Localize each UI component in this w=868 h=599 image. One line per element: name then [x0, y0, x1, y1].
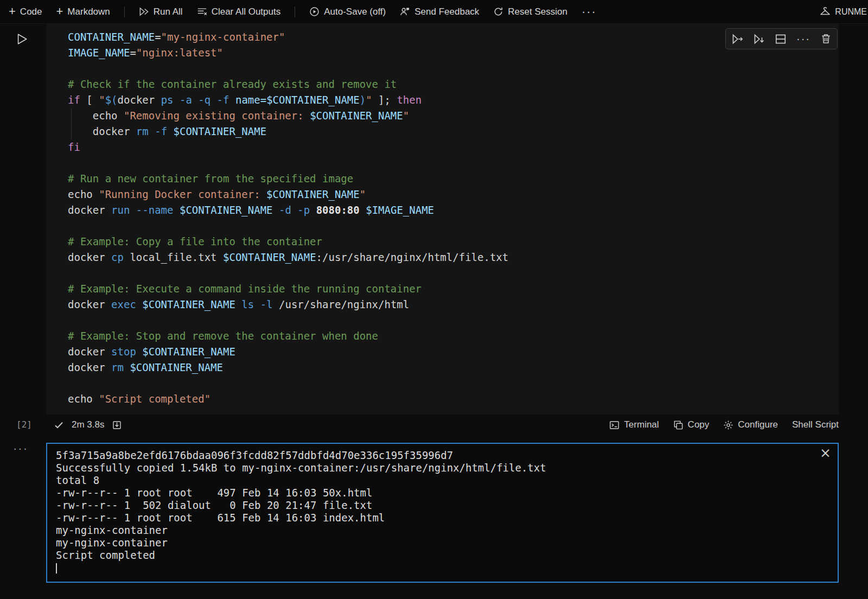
delete-cell-button[interactable]	[820, 33, 832, 44]
code-line[interactable]: docker run --name $CONTAINER_NAME -d -p …	[68, 202, 839, 218]
output-line: total 8	[56, 474, 814, 487]
code-line[interactable]	[68, 61, 839, 77]
run-all-button[interactable]: Run All	[139, 7, 183, 17]
run-below-icon	[753, 33, 765, 45]
toolbar-divider	[124, 7, 125, 17]
reset-session-label: Reset Session	[508, 7, 567, 17]
code-line[interactable]: # Example: Execute a command inside the …	[68, 281, 839, 297]
runme-brand[interactable]: RUNME	[820, 7, 868, 17]
success-check-icon	[54, 420, 64, 430]
output-line: -rw-r--r-- 1 root root 615 Feb 14 16:03 …	[56, 512, 814, 524]
run-and-advance-icon	[731, 33, 743, 45]
clear-all-icon	[197, 7, 207, 17]
runme-brand-label: RUNME	[835, 7, 867, 17]
notebook-toolbar: + Code + Markdown Run All Clear All Outp…	[0, 0, 868, 24]
code-line[interactable]: # Run a new container from the specified…	[68, 171, 839, 187]
terminal-icon	[609, 420, 620, 430]
copy-icon	[673, 420, 684, 430]
code-line[interactable]: if [ "$(docker ps -a -q -f name=$CONTAIN…	[68, 92, 839, 108]
configure-label: Configure	[738, 419, 778, 430]
code-cell: [2]	[0, 24, 868, 583]
code-line[interactable]: docker rm -f $CONTAINER_NAME	[68, 124, 839, 139]
copy-button[interactable]: Copy	[673, 419, 710, 430]
auto-save-icon	[309, 7, 320, 17]
execution-duration: 2m 3.8s	[72, 419, 104, 430]
run-all-label: Run All	[154, 7, 183, 17]
run-cell-and-advance-button[interactable]	[731, 33, 743, 45]
add-markdown-label: Markdown	[67, 7, 110, 17]
code-line[interactable]: # Example: Copy a file into the containe…	[68, 234, 839, 250]
copy-label: Copy	[688, 419, 710, 430]
toolbar-divider	[295, 7, 295, 17]
add-markdown-button[interactable]: + Markdown	[56, 7, 110, 17]
plus-icon: +	[56, 5, 63, 17]
code-line[interactable]: docker cp local_file.txt $CONTAINER_NAME…	[68, 250, 839, 265]
output-line: 5f3a715a9a8be2efd6176bdaa096f3fcdd82f57d…	[56, 449, 814, 462]
output-line: my-nginx-container	[56, 537, 814, 549]
code-line[interactable]: docker stop $CONTAINER_NAME	[68, 344, 839, 360]
output-cursor	[56, 563, 57, 573]
configure-button[interactable]: Configure	[723, 419, 778, 430]
split-cell-icon	[775, 33, 787, 45]
code-line[interactable]	[68, 313, 839, 328]
output-line: -rw-r--r-- 1 root root 497 Feb 14 16:03 …	[56, 487, 814, 499]
output-more-actions-button[interactable]: ···	[13, 443, 46, 455]
code-line[interactable]	[68, 155, 839, 171]
indent-guide	[71, 108, 72, 124]
code-line[interactable]: docker rm $CONTAINER_NAME	[68, 360, 839, 375]
output-row: ··· × 5f3a715a9a8be2efd6176bdaa096f3fcdd…	[0, 443, 868, 583]
output-line: my-nginx-container	[56, 524, 814, 537]
code-line[interactable]: echo "Script completed"	[68, 391, 839, 407]
clear-all-outputs-label: Clear All Outputs	[212, 7, 281, 17]
code-line[interactable]: fi	[68, 139, 839, 155]
output-panel[interactable]: × 5f3a715a9a8be2efd6176bdaa096f3fcdd82f5…	[46, 443, 839, 583]
plus-icon: +	[9, 5, 16, 17]
cell-status-bar: 2m 3.8s Terminal	[46, 415, 839, 435]
reset-session-button[interactable]: Reset Session	[493, 7, 567, 17]
add-code-label: Code	[20, 7, 42, 17]
ellipsis-icon: ···	[796, 33, 810, 45]
code-line[interactable]	[68, 218, 839, 234]
execution-count: [2]	[16, 419, 32, 430]
cell-toolbar: ···	[725, 28, 838, 49]
code-line[interactable]: IMAGE_NAME="nginx:latest"	[68, 45, 839, 61]
session-output-button[interactable]	[112, 420, 122, 430]
runme-logo-icon	[820, 7, 831, 17]
run-in-background-button[interactable]	[753, 33, 765, 45]
close-output-button[interactable]: ×	[820, 446, 831, 460]
code-line[interactable]: docker exec $CONTAINER_NAME ls -l /usr/s…	[68, 297, 839, 313]
cell-editor-area: ··· CONTAINER_NAME="my-nginx-container"I…	[46, 24, 839, 435]
play-icon	[14, 31, 29, 47]
output-text: 5f3a715a9a8be2efd6176bdaa096f3fcdd82f57d…	[56, 449, 814, 574]
send-feedback-label: Send Feedback	[414, 7, 479, 17]
code-line[interactable]: # Check if the container already exists …	[68, 77, 839, 92]
save-output-icon	[112, 420, 122, 430]
output-line: -rw-r--r-- 1 502 dialout 0 Feb 20 21:47 …	[56, 499, 814, 512]
code-line[interactable]: echo "Removing existing container: $CONT…	[68, 108, 839, 124]
run-cell-button[interactable]	[14, 31, 29, 47]
code-line[interactable]: echo "Running Docker container: $CONTAIN…	[68, 187, 839, 202]
output-line: Script completed	[56, 549, 814, 562]
gear-icon	[723, 420, 733, 430]
cell-gutter: [2]	[0, 24, 46, 435]
add-code-button[interactable]: + Code	[9, 7, 42, 17]
code-line[interactable]: CONTAINER_NAME="my-nginx-container"	[68, 29, 839, 45]
clear-all-outputs-button[interactable]: Clear All Outputs	[197, 7, 281, 17]
code-line[interactable]	[68, 375, 839, 391]
cell-more-actions-button[interactable]: ···	[796, 33, 810, 45]
reset-icon	[493, 7, 503, 17]
auto-save-toggle[interactable]: Auto-Save (off)	[309, 7, 386, 17]
split-cell-button[interactable]	[775, 33, 787, 45]
output-line: Successfully copied 1.54kB to my-nginx-c…	[56, 462, 814, 474]
feedback-icon	[400, 7, 410, 17]
terminal-button[interactable]: Terminal	[609, 419, 659, 430]
auto-save-label: Auto-Save (off)	[324, 7, 386, 17]
code-line[interactable]	[68, 265, 839, 281]
run-all-icon	[139, 7, 149, 17]
send-feedback-button[interactable]: Send Feedback	[400, 7, 479, 17]
code-line[interactable]: # Example: Stop and remove the container…	[68, 328, 839, 344]
more-actions-button[interactable]: ···	[582, 5, 597, 19]
output-gutter: ···	[0, 443, 46, 583]
code-editor[interactable]: CONTAINER_NAME="my-nginx-container"IMAGE…	[46, 24, 839, 415]
language-label[interactable]: Shell Script	[792, 419, 839, 430]
